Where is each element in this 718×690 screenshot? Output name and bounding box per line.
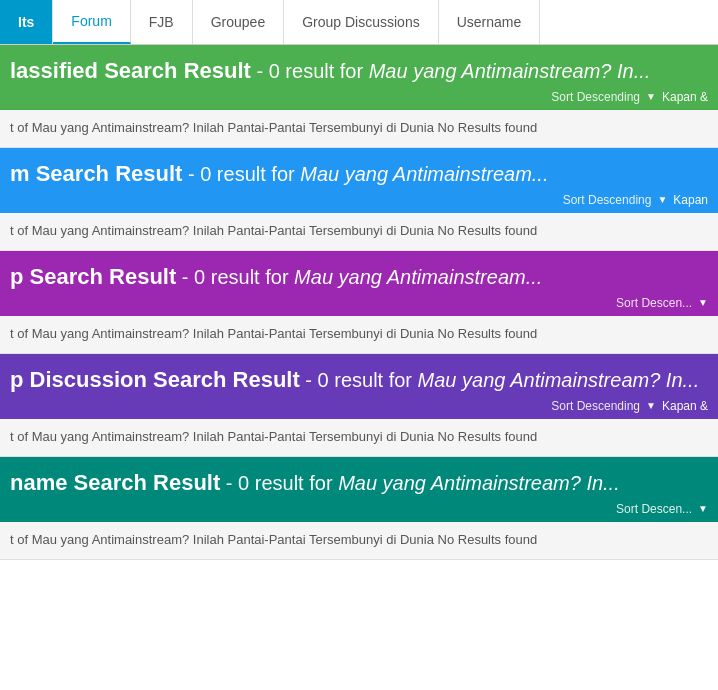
sort-chevron-group-discussion-search[interactable]: ▼ <box>646 400 656 411</box>
sort-chevron-classified[interactable]: ▼ <box>646 91 656 102</box>
nav-label-username: Username <box>457 14 522 30</box>
sort-label-username-search: Sort Descen... <box>616 502 692 516</box>
kapan-group-discussion-search[interactable]: Kapan & <box>662 399 708 413</box>
nav-item-fjb[interactable]: FJB <box>131 0 193 44</box>
section-header-forum-search: m Search Result - 0 result for Mau yang … <box>0 148 718 213</box>
section-result-text-username-search: - 0 result for Mau yang Antimainstream? … <box>220 472 619 494</box>
nav-label-its: Its <box>18 14 34 30</box>
section-results-classified: t of Mau yang Antimainstream? Inilah Pan… <box>0 110 718 148</box>
section-results-groupee-search: t of Mau yang Antimainstream? Inilah Pan… <box>0 316 718 354</box>
section-header-group-discussion-search: p Discussion Search Result - 0 result fo… <box>0 354 718 419</box>
sort-label-forum-search: Sort Descending <box>563 193 652 207</box>
nav-item-group-discussions[interactable]: Group Discussions <box>284 0 439 44</box>
section-header-classified: lassified Search Result - 0 result for M… <box>0 45 718 110</box>
sort-label-classified: Sort Descending <box>551 90 640 104</box>
section-group-discussion-search: p Discussion Search Result - 0 result fo… <box>0 354 718 457</box>
nav-item-groupee[interactable]: Groupee <box>193 0 284 44</box>
section-title-groupee-search: p Search Result <box>10 264 176 289</box>
section-results-username-search: t of Mau yang Antimainstream? Inilah Pan… <box>0 522 718 560</box>
nav-label-group-discussions: Group Discussions <box>302 14 420 30</box>
nav-item-username[interactable]: Username <box>439 0 541 44</box>
sort-chevron-forum-search[interactable]: ▼ <box>657 194 667 205</box>
sections-container: lassified Search Result - 0 result for M… <box>0 45 718 560</box>
nav-label-groupee: Groupee <box>211 14 265 30</box>
kapan-classified[interactable]: Kapan & <box>662 90 708 104</box>
section-result-text-forum-search: - 0 result for Mau yang Antimainstream..… <box>182 163 548 185</box>
nav-item-forum[interactable]: Forum <box>53 0 130 44</box>
sort-chevron-groupee-search[interactable]: ▼ <box>698 297 708 308</box>
section-title-classified: lassified Search Result <box>10 58 251 83</box>
sort-label-groupee-search: Sort Descen... <box>616 296 692 310</box>
nav-item-its[interactable]: Its <box>0 0 53 44</box>
section-results-forum-search: t of Mau yang Antimainstream? Inilah Pan… <box>0 213 718 251</box>
section-header-groupee-search: p Search Result - 0 result for Mau yang … <box>0 251 718 316</box>
section-result-text-group-discussion-search: - 0 result for Mau yang Antimainstream? … <box>300 369 699 391</box>
nav-label-fjb: FJB <box>149 14 174 30</box>
section-groupee-search: p Search Result - 0 result for Mau yang … <box>0 251 718 354</box>
section-results-group-discussion-search: t of Mau yang Antimainstream? Inilah Pan… <box>0 419 718 457</box>
sort-label-group-discussion-search: Sort Descending <box>551 399 640 413</box>
section-username-search: name Search Result - 0 result for Mau ya… <box>0 457 718 560</box>
section-forum-search: m Search Result - 0 result for Mau yang … <box>0 148 718 251</box>
section-result-text-classified: - 0 result for Mau yang Antimainstream? … <box>251 60 650 82</box>
nav-label-forum: Forum <box>71 13 111 29</box>
kapan-forum-search[interactable]: Kapan <box>673 193 708 207</box>
section-header-username-search: name Search Result - 0 result for Mau ya… <box>0 457 718 522</box>
section-title-username-search: name Search Result <box>10 470 220 495</box>
section-classified: lassified Search Result - 0 result for M… <box>0 45 718 148</box>
section-result-text-groupee-search: - 0 result for Mau yang Antimainstream..… <box>176 266 542 288</box>
navbar: Its Forum FJB Groupee Group Discussions … <box>0 0 718 45</box>
section-title-group-discussion-search: p Discussion Search Result <box>10 367 300 392</box>
sort-chevron-username-search[interactable]: ▼ <box>698 503 708 514</box>
section-title-forum-search: m Search Result <box>10 161 182 186</box>
